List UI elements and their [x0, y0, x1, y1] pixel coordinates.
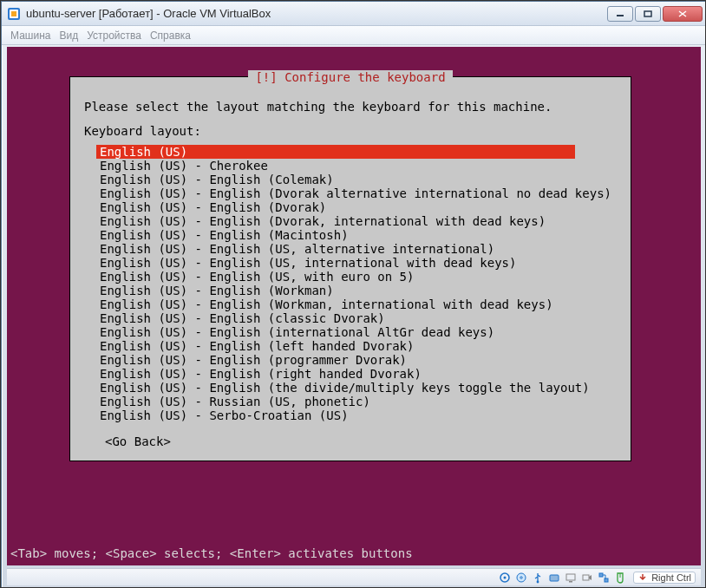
menu-devices[interactable]: Устройства	[87, 29, 141, 42]
layout-option[interactable]: English (US) - Serbo-Croatian (US)	[96, 408, 617, 422]
svg-rect-14	[599, 573, 603, 577]
menu-help[interactable]: Справка	[150, 29, 191, 42]
menu-view[interactable]: Вид	[59, 29, 78, 42]
svg-rect-3	[617, 15, 624, 16]
dialog-prompt: Please select the layout matching the ke…	[84, 100, 617, 114]
layout-option[interactable]: English (US) - English (Macintosh)	[96, 228, 617, 242]
shared-folder-icon[interactable]	[547, 571, 561, 585]
layout-option[interactable]: English (US) - English (Dvorak alternati…	[96, 186, 617, 200]
virtualbox-icon	[7, 7, 21, 21]
close-button[interactable]	[663, 6, 703, 22]
layout-option[interactable]: English (US) - English (Dvorak, internat…	[96, 214, 617, 228]
status-bar: Right Ctrl	[7, 568, 701, 585]
layout-option[interactable]: English (US) - English (US, internationa…	[96, 256, 617, 270]
svg-rect-11	[566, 574, 575, 580]
svg-rect-4	[644, 11, 651, 16]
layout-option[interactable]: English (US) - English (Colemak)	[96, 173, 617, 186]
svg-point-8	[520, 576, 522, 578]
go-back-button[interactable]: <Go Back>	[105, 434, 171, 448]
navigation-hint: <Tab> moves; <Space> selects; <Enter> ac…	[10, 546, 413, 560]
layout-option[interactable]: English (US) - English (classic Dvorak)	[96, 311, 617, 325]
virtualbox-window: ubuntu-server [Работает] - Oracle VM Vir…	[1, 1, 706, 588]
layout-option[interactable]: English (US) - English (international Al…	[96, 325, 617, 339]
host-key-indicator[interactable]: Right Ctrl	[633, 572, 696, 584]
layout-option[interactable]: English (US) - English (right handed Dvo…	[96, 367, 617, 381]
configure-keyboard-dialog: [!] Configure the keyboard Please select…	[69, 76, 631, 461]
svg-point-9	[537, 580, 539, 583]
layout-option[interactable]: English (US) - Cherokee	[96, 159, 617, 173]
layout-option[interactable]: English (US)	[96, 145, 575, 159]
layout-option[interactable]: English (US) - Russian (US, phonetic)	[96, 395, 617, 408]
svg-rect-13	[583, 575, 589, 580]
layout-option[interactable]: English (US) - English (US, alternative …	[96, 242, 617, 256]
cd-icon[interactable]	[514, 571, 528, 585]
mouse-integration-icon[interactable]	[613, 571, 627, 585]
vm-display[interactable]: [!] Configure the keyboard Please select…	[7, 47, 701, 565]
menu-bar: Машина Вид Устройства Справка	[2, 26, 706, 45]
display-icon[interactable]	[564, 571, 578, 585]
layout-option[interactable]: English (US) - English (Workman)	[96, 284, 617, 297]
arrow-down-icon	[637, 572, 648, 583]
layout-option[interactable]: English (US) - English (the divide/multi…	[96, 381, 617, 395]
dialog-title: [!] Configure the keyboard	[248, 70, 452, 84]
minimize-button[interactable]	[607, 6, 633, 22]
svg-point-6	[504, 576, 507, 578]
keyboard-layout-list[interactable]: English (US)English (US) - CherokeeEngli…	[96, 145, 617, 422]
svg-rect-2	[11, 11, 16, 16]
svg-rect-12	[569, 581, 572, 583]
hdd-icon[interactable]	[498, 571, 512, 585]
window-title: ubuntu-server [Работает] - Oracle VM Vir…	[26, 7, 607, 20]
layout-option[interactable]: English (US) - English (left handed Dvor…	[96, 339, 617, 353]
layout-option[interactable]: English (US) - English (Dvorak)	[96, 200, 617, 214]
maximize-button[interactable]	[635, 6, 661, 22]
usb-icon[interactable]	[531, 571, 545, 585]
layout-option[interactable]: English (US) - English (programmer Dvora…	[96, 353, 617, 367]
list-label: Keyboard layout:	[84, 124, 617, 138]
window-titlebar[interactable]: ubuntu-server [Работает] - Oracle VM Vir…	[2, 2, 706, 26]
svg-rect-10	[550, 575, 559, 581]
layout-option[interactable]: English (US) - English (Workman, interna…	[96, 297, 617, 311]
host-key-text: Right Ctrl	[651, 572, 691, 583]
recording-icon[interactable]	[580, 571, 594, 585]
network-icon[interactable]	[597, 571, 611, 585]
menu-machine[interactable]: Машина	[10, 29, 50, 42]
layout-option[interactable]: English (US) - English (US, with euro on…	[96, 270, 617, 284]
